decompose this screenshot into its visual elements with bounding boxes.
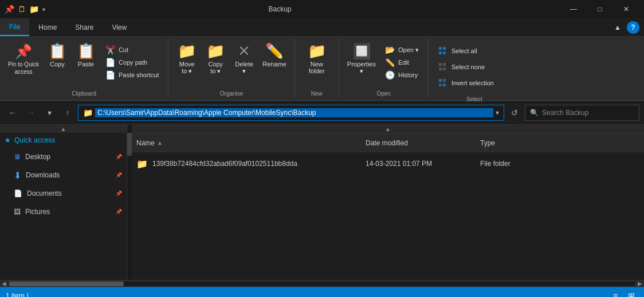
copy-label: Copy <box>50 61 65 68</box>
minimize-button[interactable]: — <box>560 0 587 18</box>
select-all-label: Select all <box>451 47 477 54</box>
clipboard-buttons: 📌 Pin to Quickaccess 📋 Copy 📋 Paste ✂️ C… <box>2 39 166 89</box>
open-group-label: Open <box>341 89 426 98</box>
column-type-header[interactable]: Type <box>480 139 639 147</box>
downloads-icon: ⬇ <box>14 170 21 181</box>
new-folder-icon: 📁 <box>308 43 326 58</box>
tab-share[interactable]: Share <box>66 18 103 36</box>
paste-button[interactable]: 📋 Paste <box>72 41 100 82</box>
status-bar: 1 item | ≡ ⊞ <box>0 287 644 297</box>
horizontal-scrollbar[interactable]: ◀ ▶ <box>0 280 644 287</box>
refresh-button[interactable]: ↺ <box>506 105 523 121</box>
move-to-button[interactable]: 📁 Moveto ▾ <box>173 41 201 82</box>
content-area: ▲ ★ Quick access 🖥 Desktop 📌 ⬇ Downloads… <box>0 125 644 280</box>
cut-button[interactable]: ✂️ Cut <box>101 43 163 56</box>
paste-shortcut-button[interactable]: 📄 Paste shortcut <box>101 69 163 81</box>
scrollbar-thumb[interactable] <box>9 282 124 286</box>
table-row[interactable]: 📁 139f38b72484cfd32abad6f09af0102511bb8d… <box>132 152 644 175</box>
pictures-label: Pictures <box>25 208 50 216</box>
select-buttons: Select all Select none Invert se <box>431 39 518 95</box>
tab-file[interactable]: File <box>0 18 29 36</box>
pictures-pin-icon: 📌 <box>116 209 122 215</box>
maximize-button[interactable]: □ <box>587 0 613 18</box>
invert-selection-label: Invert selection <box>451 80 494 86</box>
sidebar-collapse-bar: ▲ <box>0 125 127 133</box>
forward-button[interactable]: → <box>23 105 39 121</box>
file-name-cell: 📁 139f38b72484cfd32abad6f09af0102511bb8d… <box>136 159 366 169</box>
copy-path-label: Copy path <box>119 59 147 66</box>
close-button[interactable]: ✕ <box>613 0 639 18</box>
view-tiles-button[interactable]: ⊞ <box>625 289 638 298</box>
search-icon: 🔍 <box>530 109 539 117</box>
desktop-folder-icon: 🖥 <box>14 153 21 161</box>
clipboard-group: 📌 Pin to Quickaccess 📋 Copy 📋 Paste ✂️ C… <box>0 39 168 98</box>
select-none-button[interactable]: Select none <box>433 60 516 74</box>
collapse-ribbon-button[interactable]: ▲ <box>611 21 625 34</box>
edit-label: Edit <box>398 59 409 66</box>
copy-button[interactable]: 📋 Copy <box>44 41 71 82</box>
scrollbar-track[interactable] <box>9 282 635 286</box>
clipboard-small-buttons: ✂️ Cut 📄 Copy path 📄 Paste shortcut <box>101 41 163 84</box>
sidebar: ▲ ★ Quick access 🖥 Desktop 📌 ⬇ Downloads… <box>0 125 127 280</box>
file-list-collapse-bar: ▲ <box>132 125 644 134</box>
organise-group: 📁 Moveto ▾ 📁 Copyto ▾ ✕ Delete▾ ✏️ Renam… <box>168 39 295 98</box>
edit-button[interactable]: ✏️ Edit <box>380 56 423 69</box>
sidebar-item-documents[interactable]: 📄 Documents 📌 <box>0 184 127 203</box>
copy-path-icon: 📄 <box>105 58 115 67</box>
new-group-label: New <box>297 89 336 98</box>
address-bar[interactable]: 📁 C:\Users\Samir\AppData\Roaming\Apple C… <box>78 105 504 121</box>
pin-to-quick-access-button[interactable]: 📌 Pin to Quickaccess <box>5 41 42 82</box>
sidebar-item-pictures[interactable]: 🖼 Pictures 📌 <box>0 203 127 221</box>
tab-view[interactable]: View <box>103 18 136 36</box>
recent-locations-button[interactable]: ▾ <box>41 105 57 121</box>
move-to-label: Moveto ▾ <box>179 61 195 75</box>
file-type-cell: File folder <box>480 160 639 168</box>
rename-label: Rename <box>262 61 286 68</box>
rename-button[interactable]: ✏️ Rename <box>259 41 290 82</box>
tab-home[interactable]: Home <box>29 18 66 36</box>
copy-to-button[interactable]: 📁 Copyto ▾ <box>202 41 229 82</box>
paste-icon: 📋 <box>77 43 95 58</box>
scroll-right-button[interactable]: ▶ <box>636 280 644 287</box>
properties-icon: 🔲 <box>352 43 371 58</box>
select-group: Select all Select none Invert se <box>429 39 520 98</box>
invert-selection-button[interactable]: Invert selection <box>433 76 516 90</box>
pin-label: Pin to Quickaccess <box>8 61 39 76</box>
sidebar-item-desktop[interactable]: 🖥 Desktop 📌 <box>0 148 127 166</box>
select-none-icon <box>439 63 447 71</box>
properties-button[interactable]: 🔲 Properties▾ <box>344 41 379 82</box>
file-list-header: Name ▲ Date modified Type <box>132 134 644 152</box>
select-all-icon <box>439 47 447 55</box>
copy-path-button[interactable]: 📄 Copy path <box>101 56 163 69</box>
scroll-left-button[interactable]: ◀ <box>0 280 8 287</box>
sidebar-item-quick-access[interactable]: ★ Quick access <box>0 133 127 148</box>
sidebar-item-downloads[interactable]: ⬇ Downloads 📌 <box>0 166 127 184</box>
history-button[interactable]: 🕒 History <box>380 69 423 81</box>
address-bar-container: ← → ▾ ↑ 📁 C:\Users\Samir\AppData\Roaming… <box>0 101 644 125</box>
new-folder-button[interactable]: 📁 Newfolder <box>300 41 334 82</box>
column-name-header[interactable]: Name ▲ <box>136 139 366 147</box>
history-icon: 🕒 <box>385 70 395 80</box>
column-date-header[interactable]: Date modified <box>366 139 480 147</box>
sidebar-collapse-button[interactable]: ▲ <box>61 126 66 132</box>
address-bar-text: C:\Users\Samir\AppData\Roaming\Apple Com… <box>95 108 493 117</box>
back-button[interactable]: ← <box>5 105 21 121</box>
help-button[interactable]: ? <box>627 21 639 34</box>
window-title: Backup <box>0 5 560 13</box>
search-bar[interactable]: 🔍 Search Backup <box>525 105 639 121</box>
open-button[interactable]: 📂 Open ▾ <box>380 43 423 56</box>
status-item-count: 1 item <box>6 292 25 298</box>
file-date: 14-03-2021 01:07 PM <box>366 160 432 168</box>
copy-to-label: Copyto ▾ <box>208 61 223 75</box>
window-controls: — □ ✕ <box>560 0 639 18</box>
sidebar-scrollbar-thumb[interactable] <box>127 133 132 156</box>
file-list-collapse-button[interactable]: ▲ <box>385 126 391 132</box>
file-date-cell: 14-03-2021 01:07 PM <box>366 160 480 168</box>
up-button[interactable]: ↑ <box>60 105 76 121</box>
invert-selection-icon <box>439 79 447 87</box>
organise-buttons: 📁 Moveto ▾ 📁 Copyto ▾ ✕ Delete▾ ✏️ Renam… <box>171 39 292 89</box>
delete-button[interactable]: ✕ Delete▾ <box>230 41 258 82</box>
column-date-label: Date modified <box>366 139 408 147</box>
select-all-button[interactable]: Select all <box>433 43 516 58</box>
view-details-button[interactable]: ≡ <box>608 289 622 298</box>
